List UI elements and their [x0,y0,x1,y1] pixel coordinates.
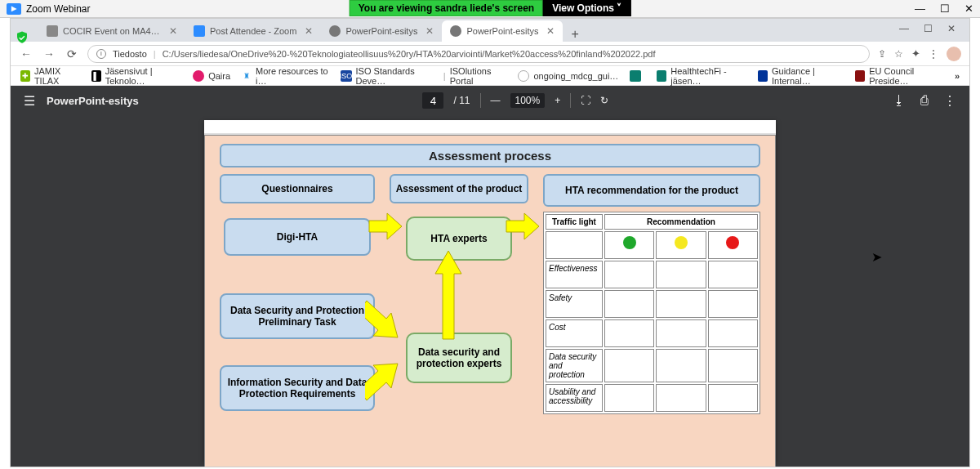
profile-avatar[interactable] [947,47,961,61]
pdf-page: Assessment process Questionnaires Digi-H… [204,120,776,462]
chrome-maximize-button[interactable]: ☐ [924,23,933,34]
diagram-title: Assessment process [220,144,760,168]
table-row: Effectiveness [546,261,758,288]
zoom-logo-icon: ▶ [7,3,21,15]
security-shield-icon [15,29,29,46]
bookmark-item[interactable]: ISOISO Standards Deve… [341,66,432,86]
bookmark-item[interactable]: ongoing_mdcg_gui… [518,70,618,82]
address-bar[interactable]: i Tiedosto | C:/Users/liedesa/OneDrive%2… [87,45,870,63]
chrome-close-button[interactable]: ✕ [947,23,956,34]
zoom-close-button[interactable]: ✕ [964,2,973,15]
extensions-icon[interactable]: ✦ [911,47,920,60]
table-row: Safety [546,290,758,318]
tab-favicon [194,25,205,37]
box-digi-hta: Digi-HTA [224,218,371,256]
bookmark-star-icon[interactable]: ☆ [894,48,903,60]
new-tab-button[interactable]: + [563,27,586,42]
bookmark-item[interactable]: HealthtechFi - jäsen… [657,66,746,86]
pdf-fit-page-icon[interactable]: ⛶ [581,95,590,106]
view-options-button[interactable]: View Options ˅ [543,0,630,16]
bookmark-item[interactable]: ♜More resources to i… [242,66,329,86]
url-text: C:/Users/liedesa/OneDrive%20-%20Teknolog… [163,49,656,59]
table-corner: Traffic light [546,214,603,230]
zoom-title: Zoom Webinar [26,3,90,15]
browser-tab[interactable]: Post Attendee - Zoom ✕ [185,20,321,42]
chrome-minimize-button[interactable]: — [899,23,909,34]
bookmark-item[interactable]: ▌Jäsensivut | Teknolo… [91,66,181,86]
pdf-menu-icon[interactable]: ☰ [24,93,35,109]
chrome-menu-icon[interactable]: ⋮ [929,48,938,60]
table-row: Cost [546,319,758,347]
zoom-minimize-button[interactable]: — [915,2,925,15]
pdf-viewer: ☰ PowerPoint-esitys / 11 — 100% + ⛶ ↻ ⭳ … [11,86,969,467]
tab-close-icon[interactable]: ✕ [169,25,177,37]
chrome-toolbar: ← → ⟳ i Tiedosto | C:/Users/liedesa/OneD… [11,42,969,66]
reload-button[interactable]: ⟳ [65,47,79,60]
col3-header: HTA recommendation for the product [543,174,760,207]
box-isdp-req: Information Security and Data Protection… [220,365,375,411]
pdf-toolbar: ☰ PowerPoint-esitys / 11 — 100% + ⛶ ↻ ⭳ … [11,86,969,115]
tab-favicon [329,25,341,37]
bookmark-item[interactable]: ✚JAMIX TILAX [20,66,80,86]
arrow-icon [434,250,462,340]
table-row: Usability and accessibility [546,384,758,412]
tab-favicon [450,25,461,37]
chrome-tab-strip: COCIR Event on MA4DHSs_Scrip ✕ Post Atte… [11,19,969,42]
zoom-maximize-button[interactable]: ☐ [940,2,950,15]
pdf-print-icon[interactable]: ⎙ [920,93,929,109]
browser-window: COCIR Event on MA4DHSs_Scrip ✕ Post Atte… [10,18,970,467]
box-dsp-experts: Data security and protection experts [406,333,512,383]
url-scheme: Tiedosto [113,49,147,59]
pdf-zoom-out-button[interactable]: — [491,95,501,106]
pdf-page-total: / 11 [453,95,470,106]
table-row: Data security and protection [546,349,758,382]
col2-header: Assessment of the product [390,174,528,203]
recommendation-table: Traffic light Recommendation Effectiven [543,212,760,414]
arrow-icon [365,299,408,348]
browser-tab-active[interactable]: PowerPoint-esitys ✕ [442,20,563,42]
forward-button[interactable]: → [42,47,56,60]
share-status-text: You are viewing sandra liede's screen [350,0,543,16]
bookmark-item[interactable]: |ISOlutions Portal [443,66,507,86]
green-light-icon [623,236,636,249]
pdf-page-area[interactable]: Assessment process Questionnaires Digi-H… [11,115,969,467]
screen-share-indicator: You are viewing sandra liede's screen Vi… [350,0,631,16]
tab-close-icon[interactable]: ✕ [305,25,313,37]
tab-close-icon[interactable]: ✕ [546,25,555,37]
share-icon[interactable]: ⇪ [878,48,886,60]
pdf-zoom-in-button[interactable]: + [555,95,560,106]
bookmark-item[interactable]: Guidance | Internal… [758,66,844,86]
site-info-icon[interactable]: i [96,49,106,59]
arrow-icon [368,212,403,240]
tab-close-icon[interactable]: ✕ [425,25,434,37]
back-button[interactable]: ← [19,47,33,60]
box-dsp-task: Data Security and Protection Preliminary… [220,293,375,339]
bookmark-item[interactable] [630,70,645,82]
pdf-rotate-icon[interactable]: ↻ [600,95,608,106]
pdf-document-title: PowerPoint-esitys [47,95,139,107]
arrow-icon [506,212,540,240]
arrow-icon [365,353,408,402]
pdf-zoom-level: 100% [510,93,546,108]
yellow-light-icon [675,236,688,249]
diagram-slide: Assessment process Questionnaires Digi-H… [204,135,776,467]
tab-favicon [47,25,58,37]
col1-header: Questionnaires [220,174,375,203]
bookmark-item[interactable]: EU Council Preside… [855,66,943,86]
bookmarks-overflow-icon[interactable]: » [955,71,960,81]
table-rec-header: Recommendation [604,214,758,230]
zoom-title-bar: ▶ Zoom Webinar You are viewing sandra li… [0,0,980,18]
bookmark-item[interactable]: Qaira [193,70,230,82]
browser-tab[interactable]: COCIR Event on MA4DHSs_Scrip ✕ [38,20,185,42]
red-light-icon [726,236,739,249]
bookmarks-bar: ✚JAMIX TILAX ▌Jäsensivut | Teknolo… Qair… [11,66,969,86]
pdf-page-input[interactable] [422,92,443,109]
pdf-download-icon[interactable]: ⭳ [893,93,906,109]
browser-tab[interactable]: PowerPoint-esitys ✕ [321,20,442,42]
pdf-more-icon[interactable]: ⋮ [943,93,956,109]
